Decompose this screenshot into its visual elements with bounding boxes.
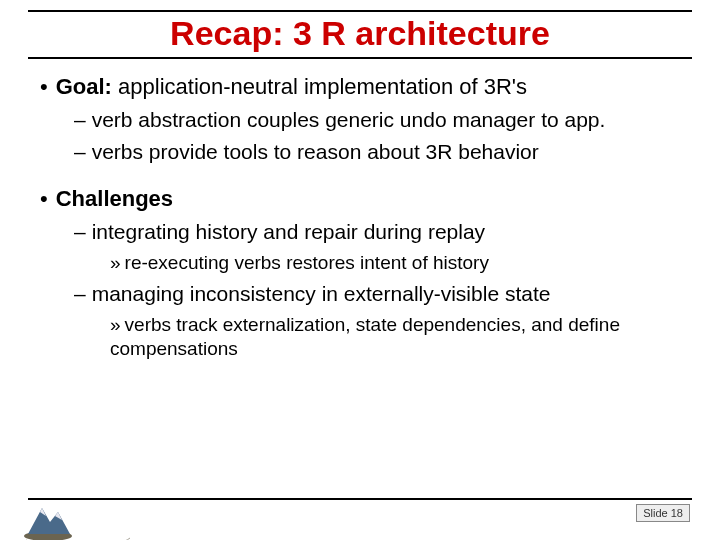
mountain-logo-icon: [22, 502, 142, 540]
goal-text: application-neutral implementation of 3R…: [112, 74, 527, 99]
bullet-challenge-2: –managing inconsistency in externally-vi…: [74, 281, 692, 307]
bullet-challenges: •Challenges: [40, 185, 692, 213]
challenge-1a-text: re-executing verbs restores intent of hi…: [125, 252, 489, 273]
bullet-dot-icon: •: [40, 74, 48, 99]
challenges-lead: Challenges: [56, 186, 173, 211]
slide: Recap: 3 R architecture •Goal: applicati…: [0, 10, 720, 540]
bullet-goal: •Goal: application-neutral implementatio…: [40, 73, 692, 101]
arrow-icon: »: [110, 314, 121, 335]
slide-body: •Goal: application-neutral implementatio…: [40, 73, 692, 360]
dash-icon: –: [74, 282, 86, 305]
dash-icon: –: [74, 220, 86, 243]
bullet-challenge-1a: »re-executing verbs restores intent of h…: [110, 251, 692, 275]
svg-marker-1: [28, 508, 70, 534]
bullet-goal-sub2: –verbs provide tools to reason about 3R …: [74, 139, 692, 165]
footer-rule: [28, 498, 692, 500]
challenge-2-text: managing inconsistency in externally-vis…: [92, 282, 551, 305]
bullet-challenge-2a: »verbs track externalization, state depe…: [110, 313, 692, 361]
bullet-dot-icon: •: [40, 186, 48, 211]
slide-number-box: Slide 18: [636, 504, 690, 522]
dash-icon: –: [74, 108, 86, 131]
slide-title: Recap: 3 R architecture: [28, 14, 692, 53]
challenge-2a-text: verbs track externalization, state depen…: [110, 314, 620, 359]
dash-icon: –: [74, 140, 86, 163]
goal-lead: Goal:: [56, 74, 112, 99]
challenge-1-text: integrating history and repair during re…: [92, 220, 485, 243]
arrow-icon: »: [110, 252, 121, 273]
goal-sub2-text: verbs provide tools to reason about 3R b…: [92, 140, 539, 163]
roc-logo: [22, 502, 142, 540]
slide-number: Slide 18: [643, 507, 683, 519]
goal-sub1-text: verb abstraction couples generic undo ma…: [92, 108, 606, 131]
bullet-goal-sub1: –verb abstraction couples generic undo m…: [74, 107, 692, 133]
bullet-challenge-1: –integrating history and repair during r…: [74, 219, 692, 245]
title-rule-box: Recap: 3 R architecture: [28, 10, 692, 59]
